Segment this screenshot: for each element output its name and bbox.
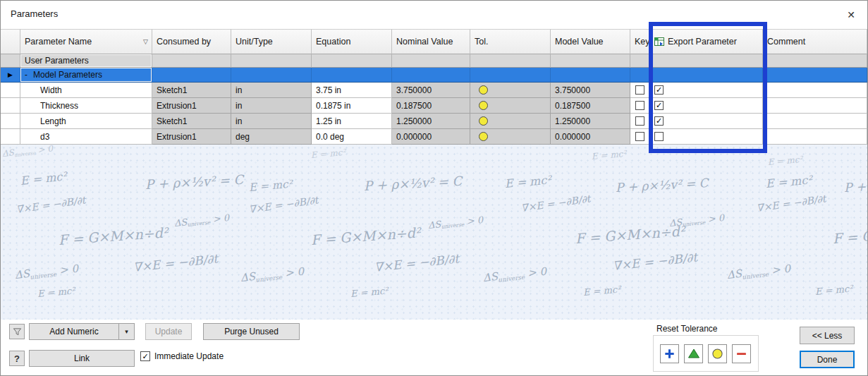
group-name-cell[interactable]: User Parameters [20,54,152,68]
collapse-toggle[interactable]: - [25,70,33,80]
parameters-dialog: Parameters ✕ Parameter Name▽Consumed byU… [0,0,868,376]
cell-key [630,83,650,98]
cell-parameter-name[interactable]: d3 [20,129,152,145]
empty-cell [470,68,551,83]
cell-equation[interactable]: 0.0 deg [312,129,392,145]
key-checkbox[interactable] [635,101,644,110]
cell-nominal-value: 3.750000 [392,83,470,98]
empty-cell [312,68,392,83]
link-button[interactable]: Link [29,350,135,367]
cell-unit-type: in [231,98,312,114]
cell-unit-type: in [231,83,312,98]
add-numeric-label[interactable]: Add Numeric [30,324,118,339]
cell-tolerance [470,129,551,145]
row-selector[interactable] [1,98,20,114]
cell-parameter-name[interactable]: Thickness [20,98,152,114]
column-header-tol[interactable]: Tol. [470,29,551,54]
tolerance-indicator[interactable] [479,101,488,110]
entropy-rest: > 0 [35,145,54,155]
help-button[interactable]: ? [9,351,25,366]
empty-cell [231,68,312,83]
watermark-equation: E = mc² [591,149,626,162]
group-row[interactable]: ▶-Model Parameters [1,68,867,83]
row-selector[interactable]: ▶ [1,68,20,83]
tolerance-indicator[interactable] [479,132,488,141]
done-button[interactable]: Done [800,351,855,368]
entropy-main: ΔS [240,270,256,284]
reset-tolerance-minus-button[interactable] [732,344,751,363]
cell-equation[interactable]: 0.1875 in [312,98,392,114]
cell-comment[interactable] [763,83,867,98]
column-label: Tol. [475,37,488,47]
cell-parameter-name[interactable]: Length [20,114,152,129]
group-row[interactable]: User Parameters [1,54,867,68]
column-header-model[interactable]: Model Value [551,29,630,54]
key-checkbox[interactable] [635,132,644,141]
watermark-equation: E = mc² [504,173,551,190]
row-selector[interactable] [1,83,20,98]
update-button[interactable]: Update [145,323,192,340]
watermark-equation: ΔSuniverse > 0 [427,214,484,231]
column-label: Equation [316,37,350,47]
parameter-row: ThicknessExtrusion1in0.1875 in0.1875000.… [1,98,867,114]
cell-equation[interactable]: 3.75 in [312,83,392,98]
filter-icon[interactable]: ▽ [143,38,149,45]
row-selector[interactable] [1,114,20,129]
filter-button[interactable] [9,324,25,339]
group-name-cell[interactable]: -Model Parameters [20,68,152,83]
export-checkbox[interactable]: ✓ [654,101,664,110]
add-numeric-button[interactable]: Add Numeric ▾ [29,323,135,340]
close-icon[interactable]: ✕ [842,6,860,24]
row-selector[interactable] [1,129,20,145]
less-button[interactable]: << Less [800,327,855,344]
column-header-name[interactable]: Parameter Name▽ [20,29,152,54]
column-header-comment[interactable]: Comment [763,29,867,54]
watermark-equation: ∇×E = −∂B/∂t [612,250,698,272]
cell-consumed-by: Sketch1 [152,83,231,98]
watermark-equation: ΔSuniverse > 0 [173,212,230,229]
cell-equation[interactable]: 1.25 in [312,114,392,129]
entropy-subscript: universe [14,150,36,158]
entropy-main: ΔS [14,267,30,281]
entropy-main: ΔS [173,217,188,229]
reset-tolerance-label: Reset Tolerance [656,324,718,334]
tolerance-indicator[interactable] [479,116,488,126]
reset-tolerance-plus-button[interactable] [660,344,679,363]
watermark-equation: F = G×M×n÷d² [832,223,867,246]
cell-parameter-name[interactable]: Width [20,83,152,98]
reset-tolerance-nominal-button[interactable] [708,344,727,363]
purge-unused-button[interactable]: Purge Unused [203,323,300,340]
entropy-subscript: universe [498,274,525,284]
cell-comment[interactable] [763,98,867,114]
chevron-down-icon[interactable]: ▾ [118,324,134,339]
row-selector[interactable] [1,54,20,68]
export-checkbox[interactable]: ✓ [654,85,664,95]
column-header-equation[interactable]: Equation [312,29,392,54]
column-header-nominal[interactable]: Nominal Value [392,29,470,54]
cell-comment[interactable] [763,129,867,145]
key-checkbox[interactable] [635,85,644,95]
cell-comment[interactable] [763,114,867,129]
watermark-equation: ∇×E = −∂B/∂t [374,251,460,274]
export-checkbox[interactable] [654,132,664,141]
column-header-export[interactable]: Export Parameter [650,29,763,54]
cell-key [630,129,650,145]
tolerance-indicator[interactable] [479,85,488,95]
watermark-equation: E = mc² [248,178,293,194]
key-checkbox[interactable] [635,116,644,126]
empty-cell [551,54,630,68]
column-label: Unit/Type [236,37,273,47]
column-header-key[interactable]: Key [630,29,650,54]
reset-tolerance-upper-button[interactable] [684,344,703,363]
column-header-unit[interactable]: Unit/Type [231,29,312,54]
immediate-update-checkbox[interactable]: ✓ [140,351,150,361]
entropy-subscript: universe [30,271,57,281]
entropy-rest: > 0 [463,214,484,227]
current-row-indicator: ▶ [8,71,13,78]
entropy-rest: > 0 [524,265,547,280]
export-checkbox[interactable]: ✓ [654,116,664,126]
column-header-consumed[interactable]: Consumed by [152,29,231,54]
watermark-equation: ∇×E = −∂B/∂t [248,194,319,215]
column-label: Consumed by [157,37,211,47]
immediate-update-toggle[interactable]: ✓ Immediate Update [140,351,224,361]
